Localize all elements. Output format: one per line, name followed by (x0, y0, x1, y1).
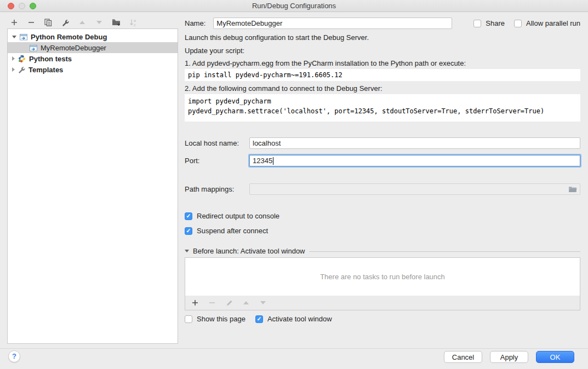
port-row: Port: 12345 (185, 155, 580, 166)
share-checkbox[interactable] (473, 20, 481, 27)
page-options-row: Show this page ✓ Activate tool window (185, 315, 580, 323)
path-mappings-row: Path mappings: (185, 183, 580, 195)
tree-item-python-tests[interactable]: Python tests (8, 53, 178, 64)
redirect-output-label: Redirect output to console (197, 212, 279, 220)
share-checkbox-group[interactable]: Share (473, 19, 505, 27)
intro-line-2: Update your script: (185, 47, 580, 55)
name-input[interactable] (213, 18, 452, 29)
suspend-after-connect-checkbox[interactable]: ✓ (185, 227, 192, 235)
add-task-icon[interactable] (191, 298, 199, 307)
minimize-window-button (19, 3, 25, 9)
step1-text: 1. Add pydevd-pycharm.egg from the PyCha… (185, 59, 580, 67)
name-row: Name: Share Allow parallel run (185, 18, 580, 29)
show-this-page-checkbox[interactable] (185, 315, 192, 323)
chevron-right-icon[interactable] (12, 56, 15, 61)
code-line-1: import pydevd_pycharm (188, 96, 577, 106)
before-launch-toolbar (185, 296, 580, 310)
tree-item-python-remote-debug[interactable]: Python Remote Debug (8, 31, 178, 42)
before-launch-task-list[interactable]: There are no tasks to run before launch (185, 257, 580, 296)
show-this-page-label: Show this page (197, 315, 246, 323)
suspend-after-connect-row[interactable]: ✓ Suspend after connect (185, 227, 580, 235)
move-task-down-icon (259, 298, 267, 307)
help-button[interactable]: ? (8, 350, 20, 362)
close-window-button[interactable] (8, 3, 14, 9)
window-title: Run/Debug Configurations (0, 0, 588, 11)
footer-divider (0, 348, 588, 349)
chevron-right-icon[interactable] (12, 67, 15, 72)
new-folder-icon[interactable] (112, 18, 121, 27)
configurations-tree: Python Remote Debug MyRemoteDebugger Pyt… (7, 28, 178, 344)
chevron-down-icon[interactable] (12, 36, 16, 38)
add-icon[interactable] (10, 18, 19, 27)
tree-item-label: Python tests (29, 55, 72, 63)
sort-alphabetically-icon: a z (129, 18, 138, 27)
empty-task-list-text: There are no tasks to run before launch (320, 273, 445, 281)
allow-parallel-run-checkbox[interactable] (514, 20, 522, 27)
name-label: Name: (185, 19, 205, 27)
activate-tool-window-checkbox[interactable]: ✓ (255, 315, 263, 323)
pip-command-block: pip install pydevd-pycharm~=191.6605.12 (185, 69, 580, 81)
intro-line-1: Launch this debug configuration to start… (185, 33, 580, 42)
collapse-section-icon[interactable] (185, 250, 189, 252)
tree-item-myremotedebugger[interactable]: MyRemoteDebugger (8, 42, 178, 53)
browse-folder-icon[interactable] (568, 186, 577, 193)
port-value: 12345 (253, 157, 272, 165)
path-mappings-input[interactable] (249, 183, 580, 195)
remove-icon[interactable] (27, 18, 36, 27)
configurations-toolbar: a z (10, 17, 138, 28)
apply-button[interactable]: Apply (490, 351, 528, 363)
step2-text: 2. Add the following command to connect … (185, 84, 580, 93)
suspend-after-connect-label: Suspend after connect (197, 227, 268, 235)
port-label: Port: (185, 157, 249, 165)
tree-item-templates[interactable]: Templates (8, 64, 178, 75)
tree-item-label: Python Remote Debug (31, 33, 107, 41)
window-titlebar: Run/Debug Configurations (0, 0, 588, 12)
port-input[interactable]: 12345 (249, 155, 580, 166)
tree-item-label: Templates (28, 66, 63, 74)
traffic-lights (8, 3, 36, 9)
tree-item-label: MyRemoteDebugger (41, 44, 106, 52)
svg-text:z: z (134, 23, 136, 27)
python-tests-icon (18, 55, 26, 62)
cancel-button[interactable]: Cancel (444, 351, 482, 363)
wrench-icon (18, 66, 25, 73)
edit-task-pencil-icon (225, 298, 233, 307)
pip-command-text: pip install pydevd-pycharm~=191.6605.12 (185, 71, 342, 79)
dialog-buttons: Cancel Apply OK (444, 351, 574, 363)
before-launch-title: Before launch: Activate tool window (193, 247, 305, 255)
edit-defaults-wrench-icon[interactable] (61, 18, 70, 27)
activate-tool-window-label: Activate tool window (267, 315, 332, 323)
share-label: Share (486, 19, 505, 27)
zoom-window-button[interactable] (30, 3, 36, 9)
local-host-label: Local host name: (185, 139, 249, 147)
local-host-row: Local host name: (185, 137, 580, 149)
settrace-code-block: import pydevd_pycharm pydevd_pycharm.set… (185, 94, 580, 122)
local-host-input[interactable] (249, 137, 580, 149)
copy-icon[interactable] (44, 18, 53, 27)
move-up-icon (78, 18, 87, 27)
ok-button[interactable]: OK (536, 351, 574, 363)
redirect-output-row[interactable]: ✓ Redirect output to console (185, 212, 580, 220)
remote-debug-icon (30, 44, 37, 51)
before-launch-header[interactable]: Before launch: Activate tool window (185, 247, 580, 255)
svg-text:a: a (134, 19, 136, 22)
redirect-output-checkbox[interactable]: ✓ (185, 212, 192, 220)
allow-parallel-run-checkbox-group[interactable]: Allow parallel run (514, 19, 580, 27)
section-divider (309, 251, 580, 252)
remove-task-icon (208, 298, 216, 307)
allow-parallel-run-label: Allow parallel run (526, 19, 580, 27)
code-line-2: pydevd_pycharm.settrace('localhost', por… (188, 106, 577, 116)
move-task-up-icon (242, 298, 250, 307)
remote-debug-icon (20, 33, 27, 41)
text-caret (273, 157, 273, 165)
move-down-icon (95, 18, 104, 27)
path-mappings-label: Path mappings: (185, 185, 249, 193)
